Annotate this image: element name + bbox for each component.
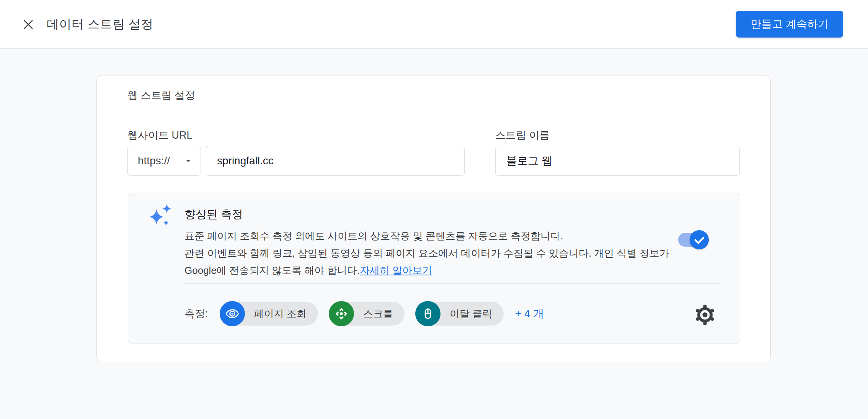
web-stream-card: 웹 스트림 설정 웹사이트 URL 스트림 이름 https:// [96,75,771,362]
mouse-icon [421,306,435,321]
chip-circle [329,301,354,326]
section-title: 웹 스트림 설정 [97,75,770,115]
website-url-input[interactable] [206,146,465,176]
close-button[interactable] [21,17,36,32]
toggle-thumb [690,230,709,249]
chip-label: 이탈 클릭 [450,307,492,321]
chip-label: 스크롤 [363,307,393,321]
protocol-select[interactable]: https:// [127,146,201,176]
measurement-row: 측정: 페이지 조회 [184,301,544,326]
measurement-settings-button[interactable] [693,303,716,326]
protocol-value: https:// [138,155,170,167]
dropdown-arrow-icon [183,155,194,166]
chip-circle [415,301,441,326]
gear-icon [694,304,716,326]
measure-label: 측정: [184,307,208,321]
more-measurements-link[interactable]: + 4 개 [515,306,544,321]
enhanced-measurement-description: 표준 페이지 조회수 측정 외에도 사이트의 상호작용 및 콘텐츠를 자동으로 … [184,228,671,279]
description-line-2: 관련 이벤트와 함께 링크, 삽입된 동영상 등의 페이지 요소에서 데이터가 … [184,245,671,279]
description-line-1: 표준 페이지 조회수 측정 외에도 사이트의 상호작용 및 콘텐츠를 자동으로 … [184,228,671,245]
enhanced-measurement-title: 향상된 측정 [184,207,243,222]
chip-page-views: 페이지 조회 [220,302,318,326]
eye-icon [225,306,240,321]
chip-scrolls: 스크롤 [330,302,405,326]
sparkle-icon [148,203,173,228]
create-and-continue-button[interactable]: 만들고 계속하기 [736,11,843,38]
chip-outbound-clicks: 이탈 클릭 [416,302,504,326]
chip-label: 페이지 조회 [254,307,307,321]
scroll-icon [334,306,349,321]
divider [184,283,721,284]
page-body: 웹 스트림 설정 웹사이트 URL 스트림 이름 https:// [0,49,868,419]
header: 데이터 스트림 설정 만들고 계속하기 [0,0,868,49]
enhanced-measurement-panel: 향상된 측정 표준 페이지 조회수 측정 외에도 사이트의 상호작용 및 콘텐츠… [128,193,740,344]
learn-more-link[interactable]: 자세히 알아보기 [360,265,432,276]
stream-name-input[interactable] [495,146,740,176]
website-url-label: 웹사이트 URL [127,128,193,142]
chip-circle [220,301,245,326]
enhanced-measurement-toggle[interactable] [678,233,706,247]
close-icon [21,18,35,31]
page-title: 데이터 스트림 설정 [47,0,153,49]
data-stream-setup-page: 데이터 스트림 설정 만들고 계속하기 웹 스트림 설정 웹사이트 URL 스트… [0,0,868,419]
stream-name-label: 스트림 이름 [495,128,550,142]
check-icon [690,230,709,249]
